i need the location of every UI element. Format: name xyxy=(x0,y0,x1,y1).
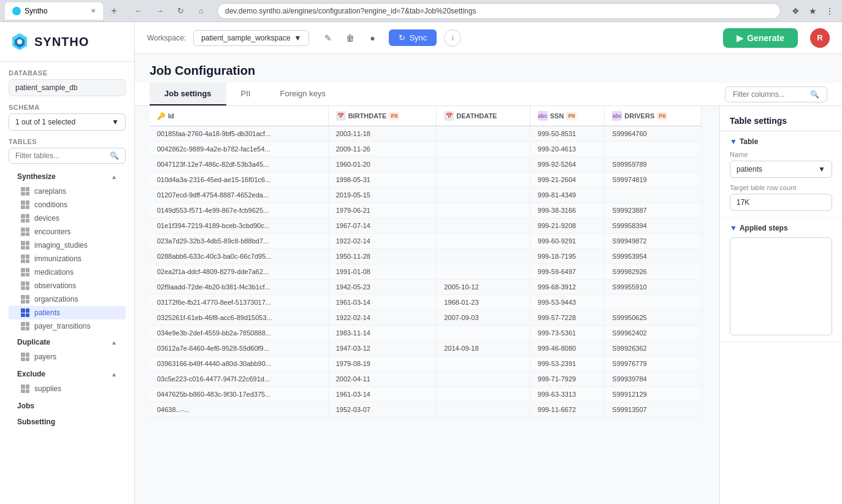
cell-drivers: S99953954 xyxy=(605,249,702,264)
col-ssn-label: SSN xyxy=(550,112,564,120)
synthesize-group: Synthesize ▲ careplans conditions xyxy=(9,169,126,332)
browser-actions: ❖ ★ ⋮ xyxy=(788,4,837,18)
synthesize-collapse-icon: ▲ xyxy=(111,174,117,180)
table-item-label: encounters xyxy=(34,227,71,236)
exclude-header[interactable]: Exclude ▲ xyxy=(9,366,126,382)
name-value-text: patients xyxy=(737,165,762,174)
schema-dropdown[interactable]: 1 out of 1 selected ▼ xyxy=(9,113,126,131)
cell-drivers xyxy=(605,188,702,203)
cell-birthdate: 1967-07-14 xyxy=(328,218,437,234)
cell-birthdate: 1952-03-07 xyxy=(328,402,437,418)
cell-ssn: 999-38-3166 xyxy=(530,203,605,218)
refresh-button[interactable]: ↻ xyxy=(172,2,189,20)
table-item-label: organizations xyxy=(34,295,78,304)
filter-columns-area: 🔍 xyxy=(725,86,827,102)
right-panel: Table settings ▼ Table Name patients ▼ T… xyxy=(719,106,842,504)
col-drivers-label: DRIVERS xyxy=(624,112,654,120)
table-item-organizations[interactable]: organizations xyxy=(9,292,126,306)
table-item-supplies[interactable]: supplies xyxy=(9,382,126,395)
table-item-encounters[interactable]: encounters xyxy=(9,225,126,239)
sync-icon: ↻ xyxy=(399,33,405,42)
schema-value: 1 out of 1 selected xyxy=(15,118,75,126)
cell-birthdate: 1950-11-28 xyxy=(328,249,437,264)
cell-deathdate: 2005-10-12 xyxy=(437,280,530,295)
cell-drivers: S99962402 xyxy=(605,326,702,341)
cell-ssn: 999-57-7228 xyxy=(530,310,605,326)
generate-button[interactable]: ▶ Generate xyxy=(723,28,798,48)
tables-section: Tables 🔍 Synthesize ▲ careplans xyxy=(0,134,134,504)
target-row-input[interactable] xyxy=(730,194,832,211)
forward-button[interactable]: → xyxy=(151,2,168,20)
table-item-devices[interactable]: devices xyxy=(9,212,126,225)
table-item-immunizations[interactable]: immunizations xyxy=(9,252,126,265)
panel-title: Table settings xyxy=(720,106,842,131)
address-bar[interactable]: dev.demo.syntho.ai/engines/configuration… xyxy=(217,3,781,19)
sidebar: SYNTHO Database patient_sample_db Schema… xyxy=(0,22,135,504)
home-button[interactable]: ⌂ xyxy=(193,2,210,20)
cell-deathdate xyxy=(437,372,530,387)
calendar-icon: 📅 xyxy=(336,111,346,121)
tab-pii[interactable]: PII xyxy=(226,83,266,105)
table-grid-icon xyxy=(21,384,29,393)
tab-favicon xyxy=(12,7,21,15)
cell-ssn: 999-46-8080 xyxy=(530,341,605,356)
user-avatar[interactable]: R xyxy=(810,28,830,48)
cell-ssn: 999-60-9291 xyxy=(530,234,605,249)
table-item-careplans[interactable]: careplans xyxy=(9,185,126,198)
duplicate-collapse-icon: ▲ xyxy=(111,339,117,346)
tables-search-box[interactable]: 🔍 xyxy=(9,148,126,164)
table-row: 01e1f394-7219-4189-bceb-3cbd90c...1967-0… xyxy=(150,218,702,234)
table-item-observations[interactable]: observations xyxy=(9,279,126,292)
table-item-payers[interactable]: payers xyxy=(9,350,126,364)
table-item-conditions[interactable]: conditions xyxy=(9,198,126,212)
filter-columns-box[interactable]: 🔍 xyxy=(725,86,827,102)
cell-deathdate: 2007-09-03 xyxy=(437,310,530,326)
settings-dot-icon[interactable]: ● xyxy=(363,29,381,47)
col-deathdate-label: DEATHDATE xyxy=(456,112,497,120)
name-field-value[interactable]: patients ▼ xyxy=(730,161,832,178)
table-item-patients[interactable]: patients xyxy=(9,306,126,319)
menu-icon[interactable]: ⋮ xyxy=(822,4,837,18)
workspace-dropdown[interactable]: patient_sample_workspace ▼ xyxy=(193,30,309,46)
table-item-label: conditions xyxy=(34,200,67,209)
data-table-wrapper[interactable]: 🔑 Id 📅 BIRTHDATE PII xyxy=(135,106,719,504)
cell-birthdate: 1942-05-23 xyxy=(328,280,437,295)
filter-columns-input[interactable] xyxy=(733,90,806,99)
jobs-header[interactable]: Jobs xyxy=(9,398,126,414)
table-item-label: careplans xyxy=(34,187,66,196)
tab-close-btn[interactable]: ✕ xyxy=(91,7,96,14)
table-row: 0447625b-b860-483c-9f30-17ed375...1961-0… xyxy=(150,387,702,402)
tables-search-input[interactable] xyxy=(15,151,107,160)
table-item-label: payers xyxy=(34,353,56,361)
cell-drivers: S99926362 xyxy=(605,341,702,356)
bookmark-icon[interactable]: ★ xyxy=(805,4,820,18)
panel-table-section-label: Table xyxy=(740,137,758,146)
name-field-label: Name xyxy=(730,151,832,158)
delete-icon[interactable]: 🗑 xyxy=(341,29,359,47)
edit-icon[interactable]: ✎ xyxy=(319,29,337,47)
cell-deathdate xyxy=(437,387,530,402)
new-tab-button[interactable]: + xyxy=(107,4,121,18)
subsetting-header[interactable]: Subsetting xyxy=(9,414,126,430)
synthesize-header[interactable]: Synthesize ▲ xyxy=(9,169,126,185)
info-button[interactable]: i xyxy=(444,29,461,47)
sync-button[interactable]: ↻ Sync xyxy=(389,29,437,46)
browser-tab[interactable]: Syntho ✕ xyxy=(5,2,103,20)
tab-job-settings[interactable]: Job settings xyxy=(150,83,226,105)
cell-drivers: S99913507 xyxy=(605,402,702,418)
table-item-payer-transitions[interactable]: payer_transitions xyxy=(9,319,126,332)
table-item-medications[interactable]: medications xyxy=(9,265,126,279)
abc-icon2: abc xyxy=(612,111,622,121)
table-item-label: imaging_studies xyxy=(34,241,88,250)
cell-ssn: 999-53-9443 xyxy=(530,295,605,310)
back-button[interactable]: ← xyxy=(130,2,147,20)
extensions-icon[interactable]: ❖ xyxy=(788,4,803,18)
logo-text: SYNTHO xyxy=(34,35,89,49)
sidebar-groups: Synthesize ▲ careplans conditions xyxy=(9,169,126,500)
workspace-chevron-icon: ▼ xyxy=(294,34,302,42)
table-grid-icon xyxy=(21,214,29,223)
duplicate-header[interactable]: Duplicate ▲ xyxy=(9,334,126,350)
tab-foreign-keys[interactable]: Foreign keys xyxy=(265,83,340,105)
table-item-label: payer_transitions xyxy=(34,322,90,330)
table-item-imaging-studies[interactable]: imaging_studies xyxy=(9,239,126,252)
